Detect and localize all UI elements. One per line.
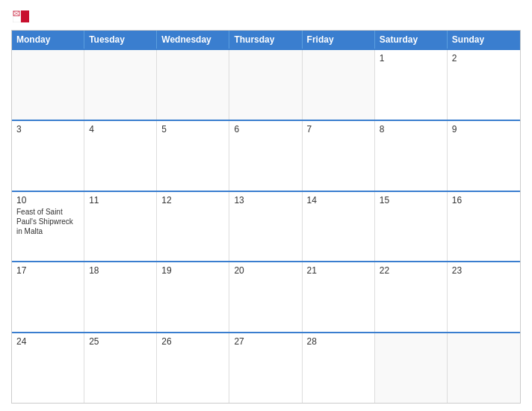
calendar-cell: 28 — [303, 333, 375, 403]
day-number: 26 — [161, 336, 224, 347]
weekday-header-cell: Tuesday — [84, 31, 157, 49]
day-number: 13 — [234, 195, 297, 206]
day-number: 25 — [89, 336, 152, 347]
day-number: 10 — [16, 195, 79, 206]
calendar-cell: 12 — [157, 192, 229, 262]
calendar-cell: 14 — [303, 192, 375, 262]
page: MondayTuesdayWednesdayThursdayFridaySatu… — [0, 0, 532, 411]
calendar-cell: 16 — [448, 192, 520, 262]
calendar-cell: 10Feast of Saint Paul's Shipwreck in Mal… — [12, 192, 84, 262]
day-number: 9 — [452, 124, 516, 135]
day-number: 23 — [452, 265, 516, 276]
calendar-cell: 8 — [375, 121, 448, 191]
calendar-cell: 4 — [84, 121, 157, 191]
calendar-cell: 25 — [84, 333, 157, 403]
day-number: 7 — [307, 124, 370, 135]
day-number: 24 — [16, 336, 79, 347]
calendar-cell: 24 — [12, 333, 84, 403]
calendar-cell — [84, 50, 157, 120]
calendar-cell: 6 — [229, 121, 302, 191]
calendar-cell: 1 — [375, 50, 448, 120]
calendar-grid: MondayTuesdayWednesdayThursdayFridaySatu… — [11, 30, 521, 404]
calendar-week-row: 3456789 — [12, 120, 520, 191]
day-number: 14 — [307, 195, 370, 206]
weekday-header-cell: Monday — [12, 31, 84, 49]
calendar-cell — [448, 333, 520, 403]
calendar-cell: 5 — [157, 121, 229, 191]
day-number: 3 — [16, 124, 79, 135]
day-number: 12 — [161, 195, 224, 206]
weekday-header-cell: Sunday — [448, 31, 520, 49]
day-number: 8 — [380, 124, 442, 135]
day-number: 17 — [16, 265, 79, 276]
day-number: 1 — [380, 53, 442, 64]
day-number: 28 — [307, 336, 370, 347]
calendar-cell — [375, 333, 448, 403]
day-number: 20 — [234, 265, 297, 276]
calendar-cell: 3 — [12, 121, 84, 191]
logo — [11, 10, 29, 21]
day-number: 22 — [380, 265, 442, 276]
calendar-cell — [229, 50, 302, 120]
calendar-cell — [12, 50, 84, 120]
calendar-cell: 15 — [375, 192, 448, 262]
logo-flag-icon — [13, 10, 29, 22]
day-number: 5 — [161, 124, 224, 135]
svg-rect-1 — [21, 10, 29, 22]
calendar-cell: 7 — [303, 121, 375, 191]
day-number: 18 — [89, 265, 152, 276]
day-number: 4 — [89, 124, 152, 135]
calendar-cell: 26 — [157, 333, 229, 403]
calendar-cell: 22 — [375, 262, 448, 332]
calendar-cell: 23 — [448, 262, 520, 332]
calendar-cell: 21 — [303, 262, 375, 332]
day-number: 21 — [307, 265, 370, 276]
calendar-cell: 13 — [229, 192, 302, 262]
day-number: 2 — [452, 53, 516, 64]
calendar-body: 12345678910Feast of Saint Paul's Shipwre… — [12, 49, 520, 403]
weekday-header-cell: Saturday — [375, 31, 448, 49]
calendar-cell: 27 — [229, 333, 302, 403]
calendar-cell: 20 — [229, 262, 302, 332]
day-number: 27 — [234, 336, 297, 347]
calendar-cell: 9 — [448, 121, 520, 191]
calendar-week-row: 2425262728 — [12, 332, 520, 403]
calendar-cell — [303, 50, 375, 120]
event-label: Feast of Saint Paul's Shipwreck in Malta — [16, 207, 79, 236]
calendar-week-row: 17181920212223 — [12, 261, 520, 332]
calendar-cell: 19 — [157, 262, 229, 332]
day-number: 19 — [161, 265, 224, 276]
day-number: 16 — [452, 195, 516, 206]
weekday-header-cell: Wednesday — [157, 31, 229, 49]
day-number: 6 — [234, 124, 297, 135]
weekday-header-cell: Thursday — [229, 31, 302, 49]
calendar-cell: 2 — [448, 50, 520, 120]
calendar-week-row: 12 — [12, 49, 520, 120]
calendar-cell — [157, 50, 229, 120]
calendar-cell: 18 — [84, 262, 157, 332]
calendar-week-row: 10Feast of Saint Paul's Shipwreck in Mal… — [12, 191, 520, 262]
day-number: 15 — [380, 195, 442, 206]
weekday-header-cell: Friday — [303, 31, 375, 49]
weekday-header-row: MondayTuesdayWednesdayThursdayFridaySatu… — [12, 31, 520, 49]
day-number: 11 — [89, 195, 152, 206]
calendar-cell: 17 — [12, 262, 84, 332]
calendar-header — [11, 7, 521, 24]
calendar-cell: 11 — [84, 192, 157, 262]
